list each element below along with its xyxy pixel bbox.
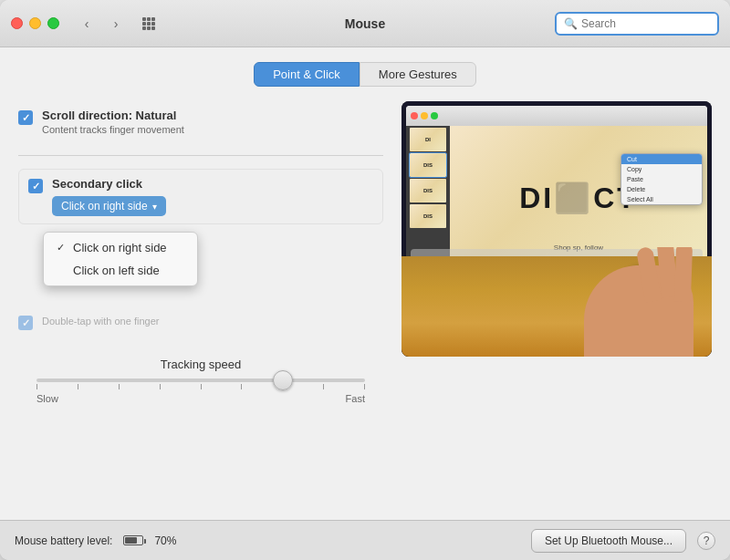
- slide-thumb-1: DI: [410, 128, 446, 151]
- secondary-click-checkbox[interactable]: [28, 179, 43, 193]
- close-button[interactable]: [11, 17, 23, 29]
- divider-1: [18, 155, 383, 156]
- window: ‹ › Mouse 🔍 Point & Click: [0, 0, 730, 560]
- search-input[interactable]: [581, 17, 710, 30]
- keynote-min: [421, 112, 428, 119]
- tab-point-click[interactable]: Point & Click: [254, 62, 360, 87]
- slider-slow-label: Slow: [36, 393, 58, 404]
- hand-area: [548, 247, 712, 357]
- battery-percent: 70%: [154, 534, 176, 547]
- scroll-direction-checkbox[interactable]: [18, 110, 33, 125]
- double-tap-text: Double-tap with one finger: [42, 314, 159, 327]
- context-menu: Cut Copy Paste Delete Select All: [620, 153, 703, 205]
- keynote-close: [411, 112, 418, 119]
- ctx-copy: Copy: [621, 164, 702, 174]
- secondary-row-flex: Secondary click Click on right side: [28, 177, 373, 216]
- slider-ticks: [36, 384, 365, 389]
- secondary-click-title: Secondary click: [52, 177, 373, 191]
- main-layout: Scroll direction: Natural Content tracks…: [18, 101, 712, 520]
- keynote-toolbar: [406, 106, 707, 126]
- tabs: Point & Click More Gestures: [18, 62, 712, 87]
- content: Point & Click More Gestures Scroll direc…: [0, 47, 730, 520]
- window-title: Mouse: [345, 16, 385, 31]
- preview-panel: DI DIS DIS DIS: [402, 101, 712, 357]
- left-panel: Scroll direction: Natural Content tracks…: [18, 101, 383, 520]
- svg-rect-6: [142, 26, 146, 30]
- secondary-click-section: Secondary click Click on right side Clic…: [18, 169, 383, 224]
- ctx-paste: Paste: [621, 174, 702, 184]
- titlebar: ‹ › Mouse 🔍: [0, 0, 730, 47]
- nav-buttons: ‹ ›: [74, 15, 129, 33]
- slide-thumb-2: DIS: [410, 153, 446, 177]
- svg-rect-5: [151, 22, 155, 26]
- ctx-select: Select All: [621, 194, 702, 204]
- help-button[interactable]: ?: [697, 532, 715, 550]
- tracking-speed-slider[interactable]: [273, 370, 293, 390]
- svg-rect-3: [142, 22, 146, 26]
- battery-outer: [123, 535, 143, 545]
- bluetooth-button[interactable]: Set Up Bluetooth Mouse...: [531, 529, 686, 553]
- slide-thumb-4: DIS: [410, 204, 446, 228]
- svg-rect-7: [147, 26, 151, 30]
- double-tap-row: Double-tap with one finger: [18, 306, 383, 337]
- traffic-lights: [11, 17, 59, 29]
- keynote-window: DI DIS DIS DIS: [406, 106, 707, 270]
- grid-button[interactable]: [136, 15, 162, 33]
- bottom-bar: Mouse battery level: 70% Set Up Bluetoot…: [0, 520, 730, 560]
- tab-more-gestures[interactable]: More Gestures: [360, 62, 476, 87]
- scroll-direction-row: Scroll direction: Natural Content tracks…: [18, 101, 383, 142]
- svg-rect-1: [147, 17, 151, 21]
- search-box[interactable]: 🔍: [555, 12, 719, 36]
- slider-fast-label: Fast: [346, 393, 365, 404]
- search-icon: 🔍: [564, 17, 578, 30]
- svg-rect-4: [147, 22, 151, 26]
- slide-thumb-3: DIS: [410, 179, 446, 202]
- svg-rect-2: [151, 17, 155, 21]
- battery-fill: [125, 537, 137, 544]
- forward-button[interactable]: ›: [103, 15, 129, 33]
- double-tap-checkbox[interactable]: [18, 316, 33, 330]
- ctx-cut: Cut: [621, 154, 702, 164]
- double-tap-label: Double-tap with one finger: [42, 316, 159, 327]
- tracking-title: Tracking speed: [27, 358, 374, 371]
- battery-icon: [123, 535, 143, 545]
- preview-screenshot: DI DIS DIS DIS: [402, 101, 712, 357]
- scroll-direction-text: Scroll direction: Natural Content tracks…: [42, 109, 184, 135]
- svg-rect-8: [151, 26, 155, 30]
- tracking-section: Tracking speed: [18, 358, 383, 404]
- scroll-direction-title: Scroll direction: Natural: [42, 109, 184, 122]
- secondary-click-menu: Click on right side Click on left side: [43, 232, 198, 286]
- back-button[interactable]: ‹: [74, 15, 99, 33]
- battery-label: Mouse battery level:: [15, 534, 112, 547]
- svg-rect-0: [142, 17, 146, 21]
- maximize-button[interactable]: [47, 17, 59, 29]
- slider-track: [36, 379, 365, 382]
- finger-3: [674, 247, 693, 302]
- keynote-max: [431, 112, 438, 119]
- secondary-click-dropdown[interactable]: Click on right side: [52, 196, 166, 216]
- dropdown-option-right[interactable]: Click on right side: [44, 236, 197, 259]
- slider-container: Slow Fast: [36, 379, 365, 404]
- slider-labels: Slow Fast: [36, 393, 365, 404]
- scroll-direction-subtitle: Content tracks finger movement: [42, 124, 184, 135]
- dropdown-option-left[interactable]: Click on left side: [44, 259, 197, 282]
- minimize-button[interactable]: [29, 17, 41, 29]
- ctx-delete: Delete: [621, 184, 702, 194]
